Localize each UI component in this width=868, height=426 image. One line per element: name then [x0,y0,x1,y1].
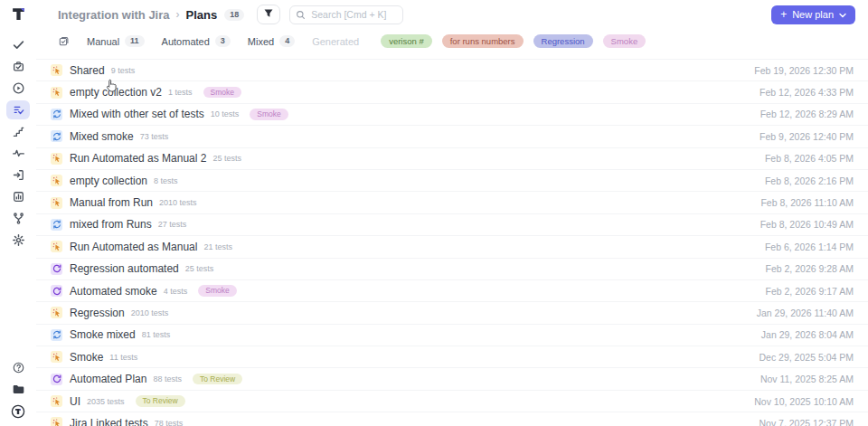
plan-name[interactable]: Smoke mixed [70,328,136,341]
new-plan-label: New plan [792,9,834,20]
plan-updated-date: Dec 29, 2025 5:04 PM [760,352,854,363]
plan-row[interactable]: mixed from Runs27 testsFeb 8, 2026 10:49… [36,214,868,236]
plan-name[interactable]: Smoke [70,351,103,364]
plan-row[interactable]: empty collection v21 testsSmokeFeb 12, 2… [36,81,868,103]
plan-name[interactable]: Jira Linked tests [70,417,148,426]
manual-plan-icon [51,175,62,186]
tab-mixed[interactable]: Mixed4 [248,35,295,47]
check-icon[interactable] [6,35,30,54]
plan-updated-date: Feb 12, 2026 8:29 AM [760,109,854,119]
main-panel: Integration with Jira › Plans 18 + New p… [36,0,868,426]
filter-bar: Manual11Automated3Mixed4Generated veriso… [36,29,868,53]
sidebar-bottom-icons [6,358,30,421]
manual-plan-icon [51,64,62,76]
plan-tests-count: 2010 tests [159,198,197,207]
select-all-icon[interactable] [58,35,70,47]
branch-icon[interactable] [6,209,30,228]
gear-icon[interactable] [6,231,30,250]
tag-filter[interactable]: Regression [533,34,593,49]
search-input[interactable] [289,5,403,24]
report-chart-icon[interactable] [6,187,30,206]
plan-tests-count: 2035 tests [87,397,125,406]
plan-row[interactable]: Mixed with other set of tests10 testsSmo… [36,104,868,126]
briefcase-check-icon[interactable] [6,57,30,76]
mixed-plan-icon [51,329,62,341]
plan-name[interactable]: Mixed with other set of tests [70,108,204,120]
pulse-icon[interactable] [6,144,30,163]
plan-name[interactable]: Shared [70,64,105,77]
manual-plan-icon [51,87,62,99]
new-plan-button[interactable]: + New plan [771,5,855,24]
import-icon[interactable] [6,166,30,185]
automated-plan-icon [51,374,62,385]
tab-count: 4 [279,35,295,47]
play-circle-icon[interactable] [6,79,30,98]
tag-filter[interactable]: verison # [381,34,432,49]
plan-row[interactable]: empty collection8 testsFeb 8, 2026 2:16 … [36,170,868,192]
plan-name[interactable]: mixed from Runs [70,218,152,231]
plan-name[interactable]: Run Automated as Manual 2 [70,152,206,165]
manual-plan-icon [51,417,62,426]
tab-automated[interactable]: Automated3 [162,35,231,47]
plan-row[interactable]: Regression2010 testsJan 29, 2026 11:40 A… [36,302,868,324]
tab-count: 11 [125,35,145,47]
app-logo[interactable] [9,5,27,23]
plan-row[interactable]: Mixed smoke73 testsFeb 9, 2026 12:40 PM [36,126,868,147]
breadcrumb-project[interactable]: Integration with Jira [58,8,170,22]
plan-tests-count: 25 tests [212,154,241,163]
plan-tests-count: 73 tests [140,132,169,141]
tab-count: 3 [215,35,231,47]
help-icon[interactable] [6,358,30,377]
plans-list: Shared9 testsFeb 19, 2026 12:30 PMempty … [36,59,868,426]
plan-updated-date: Nov 7, 2025 12:37 PM [760,418,854,426]
plan-row[interactable]: UI2035 testsTo ReviewNov 10, 2025 10:10 … [36,391,868,412]
plan-name[interactable]: Run Automated as Manual [70,241,197,253]
plan-row[interactable]: Automated Plan88 testsTo ReviewNov 11, 2… [36,368,868,390]
plan-name[interactable]: Manual from Run [70,196,153,209]
plan-name[interactable]: Mixed smoke [70,130,134,143]
tag-filter[interactable]: for runs numbers [442,34,524,49]
plan-row[interactable]: Regression automated25 testsFeb 2, 2026 … [36,259,868,280]
plan-tests-count: 2010 tests [131,308,169,317]
manual-plan-icon [51,241,62,252]
plan-row[interactable]: Automated smoke4 testsSmokeFeb 2, 2026 9… [36,280,868,302]
manual-plan-icon [51,307,62,318]
plan-row[interactable]: Jira Linked tests78 testsNov 7, 2025 12:… [36,412,868,426]
plan-name[interactable]: Automated smoke [70,285,157,298]
mixed-plan-icon [51,219,62,231]
plan-name[interactable]: Automated Plan [70,373,146,385]
plan-row[interactable]: Run Automated as Manual21 testsFeb 6, 20… [36,236,868,258]
tab-label: Manual [87,36,119,47]
plan-row[interactable]: Smoke11 testsDec 29, 2025 5:04 PM [36,346,868,368]
plan-row[interactable]: Run Automated as Manual 225 testsFeb 8, … [36,148,868,170]
sidebar-top-icons [6,35,30,250]
plans-count-badge: 18 [224,9,244,21]
plan-name[interactable]: empty collection [70,175,147,187]
stairs-icon[interactable] [6,122,30,141]
plan-updated-date: Feb 2, 2026 9:28 AM [766,263,854,274]
plan-badge: Smoke [203,87,241,99]
plan-tests-count: 27 tests [158,220,187,229]
plan-updated-date: Feb 2, 2026 9:17 AM [766,286,854,297]
plan-row[interactable]: Smoke mixed81 testsJan 29, 2026 8:04 AM [36,325,868,346]
filter-button[interactable] [257,5,280,24]
plan-name[interactable]: UI [70,395,80,408]
plan-updated-date: Jan 29, 2026 8:04 AM [761,329,854,340]
folder-icon[interactable] [6,380,30,399]
tab-generated[interactable]: Generated [312,36,359,47]
plan-updated-date: Feb 19, 2026 12:30 PM [754,65,854,76]
plan-name[interactable]: empty collection v2 [70,86,162,99]
tab-label: Automated [162,36,210,47]
plan-row[interactable]: Shared9 testsFeb 19, 2026 12:30 PM [36,60,868,81]
plan-name[interactable]: Regression [70,307,125,319]
plans-icon[interactable] [6,100,30,119]
plan-tests-count: 11 tests [109,353,137,362]
avatar-logo-icon[interactable] [6,402,30,421]
filter-tags: verison #for runs numbersRegressionSmoke [381,34,646,49]
tab-manual[interactable]: Manual11 [87,35,145,47]
plan-updated-date: Jan 29, 2026 11:40 AM [757,308,854,318]
plan-row[interactable]: Manual from Run2010 testsFeb 8, 2026 11:… [36,192,868,213]
tag-filter[interactable]: Smoke [603,34,646,49]
mixed-plan-icon [51,109,62,120]
plan-name[interactable]: Regression automated [70,262,179,275]
